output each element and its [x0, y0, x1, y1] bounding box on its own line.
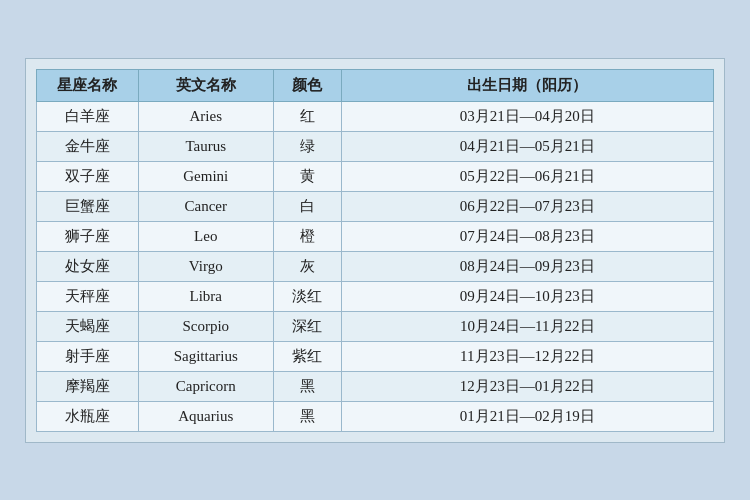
cell-zh: 巨蟹座: [37, 191, 139, 221]
table-row: 巨蟹座Cancer白06月22日—07月23日: [37, 191, 714, 221]
cell-date: 01月21日—02月19日: [341, 401, 713, 431]
cell-color: 绿: [273, 131, 341, 161]
cell-date: 06月22日—07月23日: [341, 191, 713, 221]
cell-color: 橙: [273, 221, 341, 251]
cell-date: 08月24日—09月23日: [341, 251, 713, 281]
cell-color: 深红: [273, 311, 341, 341]
cell-color: 黑: [273, 371, 341, 401]
cell-en: Libra: [138, 281, 273, 311]
table-body: 白羊座Aries红03月21日—04月20日金牛座Taurus绿04月21日—0…: [37, 101, 714, 431]
zodiac-table: 星座名称 英文名称 颜色 出生日期（阳历） 白羊座Aries红03月21日—04…: [36, 69, 714, 432]
header-date: 出生日期（阳历）: [341, 69, 713, 101]
cell-color: 紫红: [273, 341, 341, 371]
cell-color: 黄: [273, 161, 341, 191]
table-row: 狮子座Leo橙07月24日—08月23日: [37, 221, 714, 251]
cell-zh: 金牛座: [37, 131, 139, 161]
cell-zh: 水瓶座: [37, 401, 139, 431]
cell-en: Aries: [138, 101, 273, 131]
cell-en: Capricorn: [138, 371, 273, 401]
cell-color: 灰: [273, 251, 341, 281]
table-row: 天蝎座Scorpio深红10月24日—11月22日: [37, 311, 714, 341]
table-row: 水瓶座Aquarius黑01月21日—02月19日: [37, 401, 714, 431]
cell-zh: 白羊座: [37, 101, 139, 131]
table-row: 金牛座Taurus绿04月21日—05月21日: [37, 131, 714, 161]
cell-en: Taurus: [138, 131, 273, 161]
cell-en: Leo: [138, 221, 273, 251]
cell-zh: 天秤座: [37, 281, 139, 311]
header-en: 英文名称: [138, 69, 273, 101]
cell-zh: 双子座: [37, 161, 139, 191]
cell-en: Cancer: [138, 191, 273, 221]
header-zh: 星座名称: [37, 69, 139, 101]
table-row: 天秤座Libra淡红09月24日—10月23日: [37, 281, 714, 311]
cell-en: Scorpio: [138, 311, 273, 341]
cell-date: 11月23日—12月22日: [341, 341, 713, 371]
cell-date: 12月23日—01月22日: [341, 371, 713, 401]
cell-zh: 射手座: [37, 341, 139, 371]
table-row: 摩羯座Capricorn黑12月23日—01月22日: [37, 371, 714, 401]
cell-date: 04月21日—05月21日: [341, 131, 713, 161]
table-row: 双子座Gemini黄05月22日—06月21日: [37, 161, 714, 191]
cell-zh: 狮子座: [37, 221, 139, 251]
table-row: 白羊座Aries红03月21日—04月20日: [37, 101, 714, 131]
cell-color: 淡红: [273, 281, 341, 311]
cell-zh: 摩羯座: [37, 371, 139, 401]
table-header-row: 星座名称 英文名称 颜色 出生日期（阳历）: [37, 69, 714, 101]
cell-en: Gemini: [138, 161, 273, 191]
cell-en: Virgo: [138, 251, 273, 281]
zodiac-table-container: 星座名称 英文名称 颜色 出生日期（阳历） 白羊座Aries红03月21日—04…: [25, 58, 725, 443]
cell-date: 09月24日—10月23日: [341, 281, 713, 311]
cell-color: 红: [273, 101, 341, 131]
header-color: 颜色: [273, 69, 341, 101]
cell-date: 07月24日—08月23日: [341, 221, 713, 251]
table-row: 射手座Sagittarius紫红11月23日—12月22日: [37, 341, 714, 371]
cell-zh: 天蝎座: [37, 311, 139, 341]
cell-date: 03月21日—04月20日: [341, 101, 713, 131]
cell-zh: 处女座: [37, 251, 139, 281]
cell-date: 10月24日—11月22日: [341, 311, 713, 341]
table-row: 处女座Virgo灰08月24日—09月23日: [37, 251, 714, 281]
cell-en: Aquarius: [138, 401, 273, 431]
cell-color: 白: [273, 191, 341, 221]
cell-date: 05月22日—06月21日: [341, 161, 713, 191]
cell-en: Sagittarius: [138, 341, 273, 371]
cell-color: 黑: [273, 401, 341, 431]
